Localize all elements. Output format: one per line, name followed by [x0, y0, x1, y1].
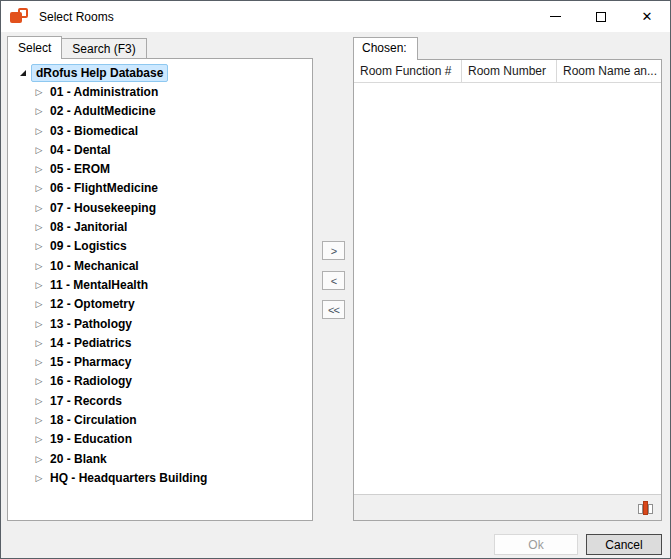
chevron-collapsed-icon[interactable]: ▷: [34, 261, 44, 271]
tree-item-label[interactable]: 07 - Housekeeping: [48, 200, 158, 216]
chevron-collapsed-icon[interactable]: ▷: [34, 280, 44, 290]
tree-item[interactable]: ▷ 11 - MentalHealth: [8, 275, 312, 294]
chevron-collapsed-icon[interactable]: ▷: [34, 203, 44, 213]
tree-item[interactable]: ▷ 08 - Janitorial: [8, 217, 312, 236]
chosen-grid-body: [354, 83, 661, 494]
column-header-room-number[interactable]: Room Number: [462, 60, 557, 82]
tree-item-label[interactable]: 06 - FlightMedicine: [48, 180, 160, 196]
window-controls: ✕: [532, 1, 670, 32]
tree-children: ▷ 01 - Administration ▷ 02 - AdultMedici…: [8, 82, 312, 487]
chosen-panel: Room Function # Room Number Room Name an…: [353, 59, 662, 521]
tree-item-label[interactable]: 02 - AdultMedicine: [48, 103, 158, 119]
chevron-collapsed-icon[interactable]: ▷: [34, 241, 44, 251]
tree-item-label[interactable]: 19 - Education: [48, 431, 134, 447]
tree-item[interactable]: ▷ HQ - Headquarters Building: [8, 468, 312, 487]
minimize-icon: [550, 16, 561, 17]
column-header-room-name[interactable]: Room Name an...: [557, 60, 661, 82]
chevron-collapsed-icon[interactable]: ▷: [34, 434, 44, 444]
close-icon: ✕: [642, 10, 653, 23]
chevron-collapsed-icon[interactable]: ▷: [34, 299, 44, 309]
tree-item-label[interactable]: 16 - Radiology: [48, 373, 134, 389]
tree-item-label[interactable]: 18 - Circulation: [48, 412, 139, 428]
chevron-collapsed-icon[interactable]: ▷: [34, 396, 44, 406]
tree-item-label[interactable]: 10 - Mechanical: [48, 258, 141, 274]
chosen-panel-footer: [354, 494, 661, 520]
chosen-grid-header: Room Function # Room Number Room Name an…: [354, 60, 661, 83]
tree-item-label[interactable]: 03 - Biomedical: [48, 123, 140, 139]
tree-item[interactable]: ▷ 17 - Records: [8, 391, 312, 410]
move-left-button[interactable]: <: [322, 271, 345, 290]
tree-item[interactable]: ▷ 09 - Logistics: [8, 237, 312, 256]
chevron-collapsed-icon[interactable]: ▷: [34, 415, 44, 425]
tree-item-label[interactable]: 13 - Pathology: [48, 316, 134, 332]
tab-search[interactable]: Search (F3): [62, 38, 146, 59]
chevron-collapsed-icon[interactable]: ▷: [34, 319, 44, 329]
tree-item[interactable]: ▷ 01 - Administration: [8, 82, 312, 101]
maximize-button[interactable]: [578, 1, 624, 32]
tree-item[interactable]: ▷ 02 - AdultMedicine: [8, 102, 312, 121]
tree-item[interactable]: ▷ 15 - Pharmacy: [8, 352, 312, 371]
tree-item-label[interactable]: 05 - EROM: [48, 161, 112, 177]
tree-item-label[interactable]: 04 - Dental: [48, 142, 113, 158]
close-button[interactable]: ✕: [624, 1, 670, 32]
tree-item[interactable]: ▷ 18 - Circulation: [8, 410, 312, 429]
report-icon[interactable]: [637, 500, 654, 516]
cancel-button[interactable]: Cancel: [586, 534, 662, 555]
tree-item[interactable]: ▷ 06 - FlightMedicine: [8, 179, 312, 198]
tree-item-label[interactable]: 11 - MentalHealth: [48, 277, 150, 293]
chevron-collapsed-icon[interactable]: ▷: [34, 145, 44, 155]
tab-bar: Select Search (F3): [7, 36, 147, 59]
tree-item-label[interactable]: 15 - Pharmacy: [48, 354, 133, 370]
tree-item-label[interactable]: 14 - Pediatrics: [48, 335, 133, 351]
select-rooms-dialog: Select Rooms ✕ Select Search (F3) dRofus…: [0, 0, 671, 559]
ok-button[interactable]: Ok: [494, 534, 578, 555]
chevron-collapsed-icon[interactable]: ▷: [34, 106, 44, 116]
move-all-left-button[interactable]: <<: [322, 300, 345, 319]
titlebar: Select Rooms ✕: [1, 1, 670, 32]
chevron-collapsed-icon[interactable]: ▷: [34, 376, 44, 386]
chevron-collapsed-icon[interactable]: ▷: [34, 87, 44, 97]
tree-root-item[interactable]: dRofus Help Database: [8, 63, 312, 82]
tree-item[interactable]: ▷ 05 - EROM: [8, 159, 312, 178]
tree-item-label[interactable]: 12 - Optometry: [48, 296, 137, 312]
move-right-button[interactable]: >: [322, 241, 345, 260]
chevron-collapsed-icon[interactable]: ▷: [34, 183, 44, 193]
tree-item[interactable]: ▷ 04 - Dental: [8, 140, 312, 159]
tree-item-label[interactable]: HQ - Headquarters Building: [48, 470, 209, 486]
tree-item-label[interactable]: 09 - Logistics: [48, 238, 129, 254]
chevron-collapsed-icon[interactable]: ▷: [34, 222, 44, 232]
minimize-button[interactable]: [532, 1, 578, 32]
tree-item[interactable]: ▷ 03 - Biomedical: [8, 121, 312, 140]
drofus-logo-icon: [10, 8, 30, 26]
chevron-collapsed-icon[interactable]: ▷: [34, 164, 44, 174]
tree-item[interactable]: ▷ 16 - Radiology: [8, 372, 312, 391]
chevron-collapsed-icon[interactable]: ▷: [34, 338, 44, 348]
chosen-tab[interactable]: Chosen:: [353, 37, 418, 60]
tree-item[interactable]: ▷ 14 - Pediatrics: [8, 333, 312, 352]
tab-select[interactable]: Select: [7, 36, 62, 59]
tree-item[interactable]: ▷ 10 - Mechanical: [8, 256, 312, 275]
tree-item-label[interactable]: 17 - Records: [48, 393, 124, 409]
chevron-expanded-icon[interactable]: [20, 70, 26, 76]
chevron-collapsed-icon[interactable]: ▷: [34, 126, 44, 136]
tree-item-label[interactable]: 08 - Janitorial: [48, 219, 129, 235]
chevron-collapsed-icon[interactable]: ▷: [34, 473, 44, 483]
column-header-room-function[interactable]: Room Function #: [354, 60, 462, 82]
chevron-collapsed-icon[interactable]: ▷: [34, 357, 44, 367]
tree-item-label[interactable]: 20 - Blank: [48, 451, 109, 467]
tree-item[interactable]: ▷ 13 - Pathology: [8, 314, 312, 333]
tree-root-label[interactable]: dRofus Help Database: [31, 64, 168, 82]
maximize-icon: [596, 12, 606, 22]
tree-item[interactable]: ▷ 19 - Education: [8, 430, 312, 449]
chevron-collapsed-icon[interactable]: ▷: [34, 454, 44, 464]
room-tree-panel: dRofus Help Database ▷ 01 - Administrati…: [7, 58, 313, 521]
window-title: Select Rooms: [39, 10, 114, 24]
tree-item[interactable]: ▷ 07 - Housekeeping: [8, 198, 312, 217]
tree-item[interactable]: ▷ 20 - Blank: [8, 449, 312, 468]
tree-item-label[interactable]: 01 - Administration: [48, 84, 160, 100]
tree-item[interactable]: ▷ 12 - Optometry: [8, 295, 312, 314]
